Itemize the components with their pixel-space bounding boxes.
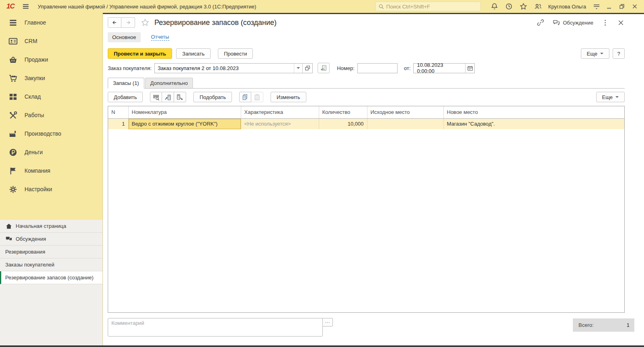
sections-panel: Главное CRM Продажи Закупки Склад xyxy=(0,13,103,220)
panel-item-discussions[interactable]: Обсуждения xyxy=(0,233,103,246)
sidebar-item-zakupki[interactable]: Закупки xyxy=(0,69,103,87)
sidebar-item-label: CRM xyxy=(25,38,37,44)
back-button[interactable] xyxy=(108,17,121,28)
panel-item-current-document[interactable]: Резервирование запасов (создание) xyxy=(0,271,103,284)
date-field-label: от: xyxy=(404,65,411,71)
column-header-quantity[interactable]: Количество xyxy=(319,106,367,118)
calendar-icon[interactable] xyxy=(465,64,474,73)
column-header-nomenclature[interactable]: Номенклатура xyxy=(128,106,241,118)
comment-field-group: ... xyxy=(108,318,333,337)
document-date-field[interactable]: 10.08.2023 0:00:00 xyxy=(413,63,475,73)
more-menu-dots-icon[interactable] xyxy=(601,19,609,27)
add-row-button[interactable]: Добавить xyxy=(108,92,143,102)
customer-order-combo[interactable]: Заказ покупателя 2 от 10.08.2023 xyxy=(154,63,313,73)
table-more-button[interactable]: Еще xyxy=(596,92,625,102)
forward-button[interactable] xyxy=(121,17,135,28)
pick-items-button[interactable]: Подобрать xyxy=(193,92,232,102)
favorites-star-icon[interactable] xyxy=(519,2,527,10)
menu-lines-icon xyxy=(8,18,18,27)
tab-zapasy[interactable]: Запасы (1) xyxy=(108,78,144,89)
add-to-favorites-star-icon[interactable] xyxy=(141,18,150,27)
main-menu-icon[interactable] xyxy=(22,2,30,10)
tab-otchety[interactable]: Отчеты xyxy=(151,34,169,41)
unload-from-terminal-icon[interactable] xyxy=(174,92,186,102)
panel-item-home[interactable]: Начальная страница xyxy=(0,220,103,233)
more-button[interactable]: Еще xyxy=(581,48,609,59)
customer-order-value[interactable]: Заказ покупателя 2 от 10.08.2023 xyxy=(155,64,294,73)
cell-nomenclature[interactable]: Ведро с отжимом круглое ("YORK") xyxy=(128,118,241,129)
sidebar-item-kompaniya[interactable]: Компания xyxy=(0,161,103,180)
sidebar-item-sklad[interactable]: Склад xyxy=(0,87,103,106)
document-date-value[interactable]: 10.08.2023 0:00:00 xyxy=(414,64,465,73)
dropdown-button[interactable] xyxy=(294,64,302,73)
total-value: 1 xyxy=(627,322,630,328)
notifications-bell-icon[interactable] xyxy=(490,2,498,10)
open-windows-panel: Начальная страница Обсуждения Резервиров… xyxy=(0,220,103,345)
cell-source-place[interactable] xyxy=(367,118,443,129)
paste-rows-icon[interactable] xyxy=(251,92,263,102)
close-form-icon[interactable] xyxy=(617,19,625,27)
chevron-down-icon xyxy=(297,67,300,69)
post-button[interactable]: Провести xyxy=(218,48,253,59)
column-header-source-place[interactable]: Исходное место xyxy=(367,106,443,118)
barcode-scan-icon[interactable] xyxy=(150,92,162,102)
tab-osnovnoe[interactable]: Основное xyxy=(108,32,141,42)
factory-icon xyxy=(8,129,18,138)
cell-quantity[interactable]: 10,000 xyxy=(319,118,367,129)
service-menu-icon[interactable] xyxy=(593,2,601,10)
write-button[interactable]: Записать xyxy=(176,48,211,59)
document-form: Резервирование запасов (создание) Обсужд… xyxy=(103,13,644,345)
panel-item-label: Обсуждения xyxy=(16,236,46,242)
column-header-new-place[interactable]: Новое место xyxy=(443,106,624,118)
comment-input[interactable] xyxy=(108,318,323,337)
sidebar-item-proizvodstvo[interactable]: Производство xyxy=(0,124,103,143)
document-green-arrow-icon xyxy=(320,64,327,72)
close-window-icon[interactable] xyxy=(632,4,638,9)
sidebar-item-raboty[interactable]: Работы xyxy=(0,106,103,124)
minimize-icon[interactable] xyxy=(606,4,612,9)
table-header-row: N Номенклатура Характеристика Количество… xyxy=(108,106,624,118)
copy-rows-icon[interactable] xyxy=(239,92,251,102)
titlebar: 1С Управление нашей фирмой / Управление … xyxy=(0,0,644,13)
sidebar-item-nastroyki[interactable]: Настройки xyxy=(0,180,103,198)
column-header-n[interactable]: N xyxy=(108,106,128,118)
post-and-close-button[interactable]: Провести и закрыть xyxy=(108,48,172,59)
header-fields-row: Заказ покупателя: Заказ покупателя 2 от … xyxy=(108,63,625,73)
ruble-coin-icon xyxy=(8,148,18,157)
tab-dopolnitelno[interactable]: Дополнительно xyxy=(145,78,193,88)
history-icon[interactable] xyxy=(505,2,513,10)
column-header-characteristic[interactable]: Характеристика xyxy=(241,106,319,118)
sidebar-item-glavnoe[interactable]: Главное xyxy=(0,13,103,32)
window-title: Управление нашей фирмой / Управление наш… xyxy=(38,4,256,10)
global-search[interactable] xyxy=(375,2,481,11)
form-footer: ... Всего: 1 xyxy=(108,318,625,338)
current-user-name[interactable]: Круглова Ольга xyxy=(548,4,586,10)
table-row[interactable]: 1 Ведро с отжимом круглое ("YORK") <Не и… xyxy=(108,118,624,129)
edit-row-button[interactable]: Изменить xyxy=(271,92,306,102)
load-to-terminal-icon[interactable] xyxy=(162,92,174,102)
open-order-button[interactable] xyxy=(302,64,312,73)
chat-bubbles-icon xyxy=(5,235,12,243)
sidebar-item-prodazhi[interactable]: Продажи xyxy=(0,50,103,69)
help-button[interactable]: ? xyxy=(613,48,625,59)
cart-icon xyxy=(8,74,18,83)
discussion-button[interactable]: Обсуждение xyxy=(552,19,593,27)
fill-from-order-button[interactable] xyxy=(318,63,330,73)
document-number-input[interactable] xyxy=(357,63,398,73)
sidebar: Главное CRM Продажи Закупки Склад xyxy=(0,13,103,345)
user-sessions-icon[interactable] xyxy=(534,2,542,10)
search-input[interactable] xyxy=(386,4,478,10)
sidebar-item-crm[interactable]: CRM xyxy=(0,32,103,50)
total-label: Всего: xyxy=(578,322,594,328)
cell-characteristic[interactable]: <Не используется> xyxy=(241,118,319,129)
cell-new-place[interactable]: Магазин "Садовод". xyxy=(443,118,624,129)
comment-expand-button[interactable]: ... xyxy=(323,318,333,326)
cell-row-number[interactable]: 1 xyxy=(108,118,128,129)
chevron-down-icon xyxy=(600,53,603,54)
copy-link-icon[interactable] xyxy=(537,19,544,27)
sidebar-item-dengi[interactable]: Деньги xyxy=(0,143,103,161)
sidebar-item-label: Закупки xyxy=(25,75,45,81)
panel-item-zakazy-pokupateley[interactable]: Заказы покупателей xyxy=(0,258,103,271)
panel-item-rezervirovaniya[interactable]: Резервирования xyxy=(0,246,103,258)
restore-icon[interactable] xyxy=(619,4,625,9)
